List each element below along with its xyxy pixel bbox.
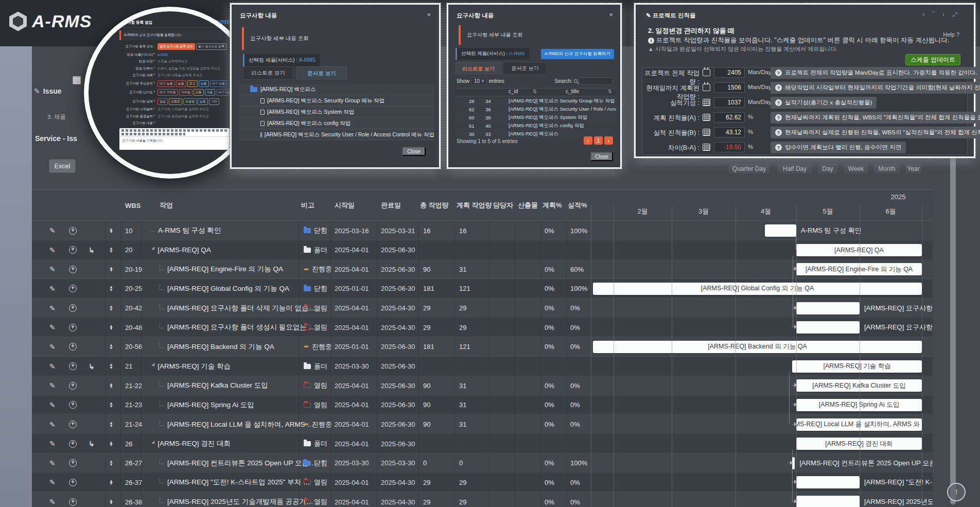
requirement-list-row[interactable]: 6140[ARMS-REQ] 백오피스 config 작업 <box>456 121 616 130</box>
mini-field-value[interactable]: A-RMS <box>157 53 168 57</box>
gantt-bar[interactable] <box>796 476 860 488</box>
add-task-button[interactable]: + <box>69 318 77 337</box>
reorder-handle[interactable]: ▲▼ <box>109 453 113 473</box>
task-cell[interactable]: ◢[ARMS-REQ] 기술 학습 <box>151 357 231 376</box>
reorder-handle[interactable]: ▲▼ <box>109 395 113 415</box>
add-task-button[interactable]: + <box>69 395 77 415</box>
task-cell[interactable]: ◢[ARMS-REQ] QA <box>151 240 211 260</box>
indent-task-button[interactable]: ↳ <box>89 434 95 453</box>
tab-list-view[interactable]: 리스트로 보기 <box>456 62 501 75</box>
tree-item[interactable]: [ARMS-REQ] 백오피스 config 작업 <box>239 118 434 129</box>
mini-badge[interactable]: 일반 요구사항 등록 모드 <box>157 43 195 50</box>
page-size-select[interactable]: 10 ˅ <box>471 77 487 85</box>
schedule-update-button[interactable]: 스케줄 업데이트 <box>905 54 960 65</box>
mini-badge[interactable]: 열림 <box>157 98 168 105</box>
add-task-button[interactable]: + <box>69 453 77 473</box>
column-header[interactable]: WBS <box>125 190 141 221</box>
mini-badge[interactable]: 쉬움 <box>205 89 215 96</box>
reorder-handle[interactable]: ▲▼ <box>109 434 113 453</box>
close-icon[interactable]: × <box>427 11 431 19</box>
task-cell[interactable]: [ARMS-REQ] "도전! K-스타트업 2025" 부처 … <box>160 473 310 492</box>
gantt-bar[interactable] <box>765 224 796 237</box>
reorder-handle[interactable]: ▲▼ <box>109 279 113 299</box>
column-header[interactable]: 시작일 <box>335 190 355 221</box>
tab-list-view[interactable]: 리스트로 보기 <box>243 66 293 80</box>
expander-icon[interactable]: ◢ <box>151 246 154 250</box>
add-task-button[interactable]: + <box>69 259 77 279</box>
tree-item[interactable]: [ARMS-REQ] 백오피스 System 작업 <box>239 107 434 118</box>
column-header[interactable]: 산출물 <box>518 190 538 221</box>
indent-task-button[interactable]: ↳ <box>89 357 95 376</box>
tree-item[interactable]: [ARMS-REQ] 백오피스 Security User / Role / A… <box>239 129 434 141</box>
edit-task-button[interactable]: ✎ <box>49 221 56 240</box>
task-cell[interactable]: [ARMS-REQ] 요구사항 폴더 삭제 기능이 없습… <box>160 299 316 318</box>
gantt-bar[interactable] <box>796 496 860 507</box>
sort-icon[interactable]: ⇅ <box>533 89 537 94</box>
scroll-to-top-button[interactable]: ↑ <box>947 483 966 501</box>
mini-badge[interactable]: 중간 <box>187 80 198 87</box>
indent-task-button[interactable]: ↳ <box>89 240 95 260</box>
column-header[interactable]: 작업 <box>160 190 173 221</box>
task-cell[interactable]: A-RMS 팀 구성 확인 <box>151 221 221 240</box>
excel-export-button[interactable]: Excel <box>49 159 76 173</box>
gantt-bar[interactable]: [ARMS-REQ] 경진 대회 <box>796 438 922 450</box>
sort-icon[interactable]: ⇅ <box>608 89 612 94</box>
task-cell[interactable]: [ARMS-REQ] 2025년도 기술개발제품 공공기… <box>160 492 313 507</box>
window-controls-icons[interactable]: ‹ ˇ › ⤢ <box>922 11 960 18</box>
close-button[interactable]: Close <box>590 152 613 161</box>
mini-badge[interactable]: 매우 어려움 <box>157 89 178 96</box>
gantt-bar[interactable]: [ARMS-REQ] Spring Ai 도입 <box>796 399 922 411</box>
edit-task-button[interactable]: ✎ <box>49 279 56 299</box>
add-task-button[interactable]: + <box>69 492 77 507</box>
mini-badge[interactable]: 매우 낮음 <box>210 80 227 87</box>
edit-task-button[interactable]: ✎ <box>49 434 56 453</box>
mini-field-value[interactable]: 요구사항 제목을 입력해 주세요 <box>157 73 202 78</box>
requirement-list-row[interactable]: 6236[ARMS-REQ] 백오피스 Security User / Role… <box>456 105 616 113</box>
expander-icon[interactable]: ◢ <box>151 362 154 366</box>
column-header[interactable]: 총 작업량 <box>420 190 449 221</box>
gantt-bar[interactable]: [ARMS-REQ] Engine-Fire 의 기능 QA <box>796 263 922 275</box>
gantt-zoom-button-week[interactable]: Week <box>843 163 869 174</box>
add-task-button[interactable]: + <box>69 415 77 434</box>
reorder-handle[interactable]: ▲▼ <box>109 337 113 357</box>
reorder-handle[interactable]: ▲▼ <box>109 221 113 240</box>
close-icon[interactable]: × <box>609 11 613 19</box>
requirement-list-row[interactable]: 2834[ARMS-REQ] 백오피스 Security Group 메뉴 작업 <box>456 97 616 105</box>
gantt-bar[interactable]: [ARMS-REQ] Global Config 의 기능 QA <box>593 283 922 295</box>
edit-task-button[interactable]: ✎ <box>49 299 56 318</box>
column-header[interactable]: 담당자 <box>493 190 513 221</box>
mini-badge[interactable]: 보통 <box>194 89 204 96</box>
gantt-bar[interactable]: [ARMS-REQ] Backend 의 기능 QA <box>593 341 922 353</box>
tree-item[interactable]: [ARMS-REQ] 백오피스 <box>239 84 434 95</box>
column-c-id[interactable]: c_id <box>509 89 518 94</box>
gantt-zoom-button-half-day[interactable]: Half Day <box>777 163 813 174</box>
mini-badge[interactable]: 폴더 방식으로 등록 <box>196 43 226 50</box>
mini-badge[interactable]: 기타 <box>209 98 219 105</box>
mini-field-value[interactable]: 리뷰어 설정을 위한 계정명을 입력해 주세요 <box>157 66 220 71</box>
edit-task-button[interactable]: ✎ <box>49 240 56 260</box>
task-cell[interactable]: [ARMS-REQ] Local LLM 을 설치하여, ARMS … <box>160 415 314 434</box>
mini-badge[interactable]: 해결됨 <box>183 98 197 105</box>
reorder-handle[interactable]: ▲▼ <box>109 240 113 260</box>
edit-task-button[interactable]: ✎ <box>49 492 56 507</box>
add-task-button[interactable]: + <box>69 337 77 357</box>
edit-task-button[interactable]: ✎ <box>49 357 56 376</box>
tab-doc-view[interactable]: 문서로 보기 <box>296 66 347 80</box>
column-header[interactable]: 계획% <box>542 190 562 221</box>
reorder-handle[interactable]: ▲▼ <box>109 357 113 376</box>
app-logo[interactable]: A-RMS <box>9 11 92 31</box>
task-cell[interactable]: [ARMS-REQ] Kafka Cluster 도입 <box>160 376 268 395</box>
page-nav-button[interactable]: › <box>604 136 613 145</box>
search-input[interactable] <box>579 77 613 85</box>
tab-doc-view[interactable]: 문서로 보기 <box>503 62 547 75</box>
edit-task-button[interactable]: ✎ <box>49 395 56 415</box>
column-header[interactable]: 비고 <box>301 190 314 221</box>
gantt-bar[interactable]: [ARMS-REQ] QA <box>796 244 922 256</box>
reorder-handle[interactable]: ▲▼ <box>109 318 113 337</box>
gantt-bar[interactable]: [ARMS-REQ] Kafka Cluster 도입 <box>796 379 922 392</box>
task-cell[interactable]: [ARMS-REQ] Global Config 의 기능 QA <box>160 279 289 299</box>
page-nav-button[interactable]: ‹ <box>584 136 592 145</box>
task-cell[interactable]: [ARMS-REQ] 요구사항 폴더 생성시 필요없는 … <box>160 318 316 337</box>
gantt-bar[interactable]: [ARMS-REQ] 기술 학습 <box>792 360 922 373</box>
task-cell[interactable]: [ARMS-REQ] Engine-Fire 의 기능 QA <box>160 259 283 279</box>
